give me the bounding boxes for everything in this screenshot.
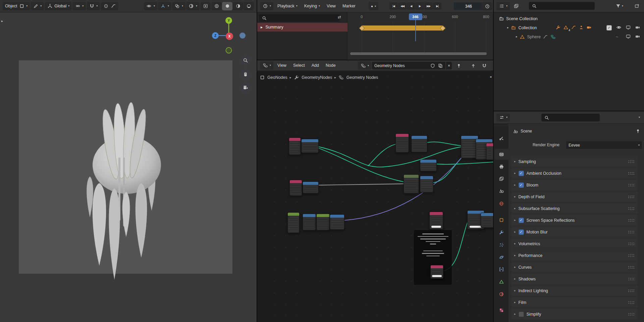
node-value-slider[interactable] [431, 226, 441, 228]
breadcrumb-item[interactable]: Geometry Nodes [346, 75, 378, 80]
disclosure-icon[interactable]: ▸ [514, 183, 516, 186]
disclosure-icon[interactable]: ▶ [261, 26, 263, 29]
viewport-disable-toggle[interactable] [625, 24, 631, 31]
properties-tab-world[interactable] [494, 198, 508, 209]
properties-tab-particles[interactable] [494, 239, 508, 250]
unlink-button[interactable]: × [446, 62, 452, 69]
snap-icon[interactable] [481, 63, 487, 68]
section-checkbox[interactable]: ✓ [519, 182, 524, 188]
disclosure-icon[interactable]: ▸ [514, 160, 516, 163]
filter-icon[interactable] [615, 3, 621, 9]
properties-search-input[interactable] [551, 115, 597, 120]
gizmos-dropdown[interactable]: ▾ [158, 2, 171, 10]
use-preview-range-button[interactable] [482, 2, 492, 10]
menu-select[interactable]: Select [290, 61, 308, 70]
outliner-row-collection[interactable]: ▸Collection4✓ [494, 23, 644, 32]
properties-tab-modifiers[interactable] [494, 227, 508, 238]
camera-view-button[interactable] [240, 83, 251, 93]
graph-node[interactable] [404, 174, 419, 194]
orientation-dropdown[interactable]: Global ▾ [45, 2, 72, 10]
properties-tab-tool[interactable] [494, 133, 508, 144]
graph-node[interactable] [301, 139, 319, 153]
section-checkbox[interactable]: ✓ [519, 218, 524, 223]
drag-handle-icon[interactable] [628, 195, 635, 198]
filter-invert-icon[interactable]: ⇄ [338, 15, 341, 19]
properties-tab-constraints[interactable] [494, 264, 508, 275]
graph-node[interactable] [486, 143, 493, 160]
section-indirect-lighting[interactable]: ▸Indirect Lighting [511, 285, 638, 296]
drag-handle-icon[interactable] [628, 254, 635, 257]
menu-view[interactable]: View [274, 61, 290, 70]
drag-handle-icon[interactable] [628, 230, 635, 233]
jump-end-button[interactable]: ▶| [433, 2, 441, 10]
graph-node[interactable] [287, 212, 300, 233]
go-to-parent-icon[interactable] [470, 63, 476, 68]
disclosure-icon[interactable]: ▸ [507, 26, 509, 29]
editor-type-button[interactable]: ▾ [260, 61, 273, 70]
drag-handle-icon[interactable] [628, 183, 635, 186]
zoom-button[interactable] [240, 55, 251, 65]
drag-handle-icon[interactable] [628, 266, 635, 269]
graph-node[interactable] [481, 213, 493, 228]
node-tree-browse-dropdown[interactable]: ▾ [358, 61, 371, 70]
section-performance[interactable]: ▸Performance [511, 250, 638, 261]
render-engine-dropdown[interactable]: Eevee ▾ [566, 141, 642, 149]
play-reverse-button[interactable]: ◀ [407, 2, 415, 10]
properties-tab-data[interactable] [494, 276, 508, 287]
properties-tab-view_layer[interactable] [494, 173, 508, 184]
snap-dropdown[interactable]: ▾ [87, 2, 100, 10]
disclosure-icon[interactable]: ▸ [514, 289, 516, 292]
channel-search-input[interactable] [269, 15, 337, 21]
geometry-node-editor[interactable]: ▾ ViewSelectAddNode ▾ Geometry Nodes × [257, 60, 493, 322]
properties-search[interactable] [541, 114, 600, 121]
drag-handle-icon[interactable] [628, 289, 635, 292]
node-value-slider[interactable] [470, 226, 482, 228]
disclosure-icon[interactable]: ▸ [514, 207, 516, 210]
section-bloom[interactable]: ▸✓Bloom [511, 179, 638, 191]
shading-dropdown[interactable]: ▾ [186, 2, 200, 10]
drag-handle-icon[interactable] [628, 219, 635, 222]
playhead-frame-chip[interactable]: 346 [409, 13, 422, 20]
section-checkbox[interactable] [519, 312, 524, 317]
shading-material-button[interactable] [233, 2, 243, 10]
section-shadows[interactable]: ▸Shadows [511, 273, 638, 284]
pan-button[interactable] [240, 69, 251, 79]
section-film[interactable]: ▸Film [511, 297, 638, 308]
auto-keying-button[interactable]: ● ▾ [369, 2, 378, 10]
menu-node[interactable]: Node [322, 61, 339, 70]
mode-dropdown[interactable]: Object ▾ [3, 2, 30, 10]
properties-tab-texture[interactable] [494, 305, 508, 316]
graph-node[interactable] [420, 159, 437, 171]
disclosure-icon[interactable]: ▸ [514, 266, 516, 269]
drag-handle-icon[interactable] [628, 172, 635, 175]
node-tree-name-field[interactable]: Geometry Nodes [372, 62, 445, 69]
graph-node[interactable] [303, 214, 316, 230]
section-depth-of-field[interactable]: ▸Depth of Field [511, 191, 638, 202]
copies-icon[interactable] [437, 63, 443, 68]
fake-user-icon[interactable] [430, 63, 435, 68]
graph-node[interactable] [289, 180, 302, 196]
disclosure-icon[interactable]: ▸ [514, 219, 516, 222]
exclude-checkbox[interactable]: ✓ [606, 25, 612, 31]
graph-node[interactable] [395, 133, 409, 153]
outliner[interactable]: ▾ ▾ Scene Collection▸Collection4✓▸Sphere… [494, 0, 644, 111]
3d-viewport[interactable]: ▸ Object ▾ ▾ Global ▾ ▾ ▾ [0, 0, 257, 322]
disclosure-icon[interactable]: ▸ [514, 313, 516, 316]
graph-node[interactable] [303, 181, 319, 194]
node-value-slider[interactable] [432, 275, 441, 277]
drag-handle-icon[interactable] [628, 160, 635, 163]
section-sampling[interactable]: ▸Sampling [511, 156, 638, 167]
disclosure-icon[interactable]: ▸ [516, 35, 518, 38]
proportional-editing-group[interactable] [101, 2, 118, 10]
sidebar-collapse-icon[interactable]: ◂ [490, 75, 491, 78]
disclosure-icon[interactable]: ▸ [514, 277, 516, 280]
chevron-down-icon[interactable]: ▾ [622, 5, 623, 7]
xray-toggle[interactable] [200, 2, 211, 10]
section-subsurface-scattering[interactable]: ▸Subsurface Scattering [511, 203, 638, 214]
shading-wireframe-button[interactable] [211, 2, 222, 10]
visibility-dropdown[interactable]: ▾ [144, 2, 157, 10]
outliner-search-input[interactable] [539, 3, 592, 9]
options-chevron-icon[interactable]: ▾ [639, 116, 640, 119]
render-disable-toggle[interactable] [635, 34, 640, 40]
outliner-row-sphere[interactable]: ▸Sphere~ [494, 32, 644, 41]
